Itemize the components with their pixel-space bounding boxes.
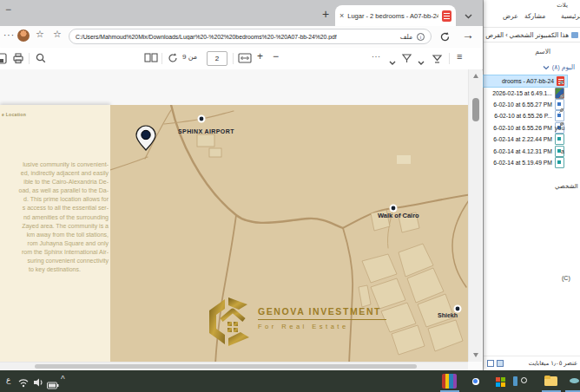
map-label-walk-of-cairo: Walk of Cairo bbox=[378, 212, 419, 219]
highlighter-icon[interactable] bbox=[400, 52, 413, 68]
pdf-more-options-icon[interactable]: ··· bbox=[372, 52, 381, 61]
pdf-viewport[interactable]: e Location lusive community is convenien… bbox=[0, 69, 468, 362]
url-text: C:/Users/Mahmoud%20Mix/Downloads/Lugar%2… bbox=[76, 34, 396, 40]
file-name: drooms - A07-bb-24 bbox=[502, 78, 554, 84]
scroll-up-arrow[interactable] bbox=[473, 74, 478, 78]
nav-item-this-pc-fragment[interactable]: الشخصي bbox=[555, 183, 578, 190]
column-header-name[interactable]: الاسم bbox=[535, 48, 550, 56]
save-icon[interactable] bbox=[0, 52, 7, 68]
file-name: 6-02-14 at 4.12.31 PM bbox=[493, 148, 552, 154]
file-name: 6-02-14 at 5.19.49 PM bbox=[493, 160, 552, 166]
location-section-title: e Location bbox=[2, 112, 26, 117]
vertical-scroll-thumb[interactable] bbox=[472, 98, 479, 121]
explorer-window-title: يلات bbox=[557, 2, 568, 9]
tray-expand-chevron[interactable]: ^ bbox=[61, 375, 65, 384]
paragraph-line: Zayed area. The community is a bbox=[1, 222, 109, 231]
page-number-input[interactable]: 2 bbox=[207, 51, 227, 66]
wifi-icon[interactable] bbox=[17, 376, 30, 386]
logo-title: GENOVA INVESTMENT bbox=[258, 306, 386, 320]
speaker-icon[interactable] bbox=[33, 376, 44, 386]
zoom-in-button[interactable]: + bbox=[257, 50, 263, 62]
battery-icon[interactable] bbox=[47, 377, 59, 385]
ribbon-tab-share[interactable]: مشاركة bbox=[524, 12, 545, 20]
map-label-sphinx-airport: SPHINX AIRPORT bbox=[178, 128, 234, 134]
paragraph-line: s access to all the essential ser- bbox=[1, 204, 109, 212]
taskbar: ع ^ bbox=[0, 370, 580, 392]
print-icon[interactable] bbox=[12, 52, 24, 68]
tab-close-icon[interactable]: × bbox=[339, 11, 344, 20]
file-row[interactable]: drooms - A07-bb-24 bbox=[484, 75, 567, 87]
file-name: 6-02-10 at 6.55.27 PM bbox=[493, 101, 552, 108]
winrar-app-icon[interactable] bbox=[442, 374, 457, 389]
contents-list-icon[interactable]: ≡ bbox=[457, 51, 462, 62]
breadcrumb[interactable]: هذا الكمبيوتر الشخصي › القرص bbox=[485, 31, 569, 39]
favorites-star-icon[interactable]: ☆ bbox=[36, 29, 44, 40]
pdf-map: SPHINX AIRPORT Walk of Cairo Shiekh bbox=[110, 105, 468, 362]
horizontal-scrollbar[interactable] bbox=[0, 362, 468, 370]
pdf-toolbar: من 9 2 + − ··· ≡ bbox=[0, 48, 483, 70]
media-file-icon bbox=[555, 134, 564, 145]
browser-menu-icon[interactable]: ··· bbox=[3, 30, 15, 40]
nav-item-fragment[interactable]: a bbox=[561, 148, 564, 154]
file-name: 6-02-10 at 6.55.26 PM bbox=[493, 125, 552, 131]
paragraph-line: suring convenient connectivity bbox=[1, 257, 109, 265]
genova-logo: GENOVA INVESTMENT For Real Estate bbox=[204, 296, 386, 350]
scroll-down-arrow[interactable] bbox=[473, 353, 478, 357]
file-row[interactable]: 6-02-14 at 2.22.44 PM bbox=[484, 134, 567, 145]
ribbon-tab-view[interactable]: عرض bbox=[503, 12, 518, 20]
file-row[interactable]: 6-02-10 at 6.55.27 PM bbox=[484, 99, 567, 110]
window-minimize-button[interactable]: − bbox=[5, 3, 11, 16]
pdf-favicon-icon bbox=[442, 10, 451, 22]
search-icon[interactable] bbox=[35, 52, 47, 68]
breadcrumb-bar[interactable]: هذا الكمبيوتر الشخصي › القرص bbox=[484, 27, 580, 42]
page-view-icon[interactable] bbox=[144, 52, 158, 68]
browser-tab[interactable]: × Lugar - 2 bedrooms - A07-bb-24 bbox=[335, 5, 456, 26]
horizontal-scroll-thumb[interactable] bbox=[35, 364, 417, 369]
file-row[interactable]: 6-02-14 at 4.12.31 PM bbox=[484, 145, 567, 156]
media-file-icon bbox=[555, 157, 564, 168]
page-info-icon[interactable]: i bbox=[417, 33, 425, 41]
paragraph-line: ible to the Cairo-Alexandria De- bbox=[1, 178, 109, 186]
draw-pen-icon[interactable] bbox=[431, 52, 444, 68]
genova-logo-emblem-icon bbox=[204, 296, 254, 348]
file-row[interactable]: 6-02-14 at 5.19.49 PM bbox=[484, 157, 567, 168]
page-count-label: من 9 bbox=[182, 53, 197, 61]
location-paragraph: lusive community is convenient- ed, indi… bbox=[1, 160, 109, 274]
rotate-icon[interactable] bbox=[167, 52, 179, 68]
file-row[interactable]: 2026-02-15 at 6.49.1... bbox=[484, 87, 567, 98]
collections-star-icon[interactable]: ☆ bbox=[53, 29, 62, 40]
browser-window: − + × Lugar - 2 bedrooms - A07-bb-24 ···… bbox=[0, 0, 483, 370]
paragraph-line: to key destinations. bbox=[1, 265, 109, 274]
paragraph-line: lusive community is convenient- bbox=[1, 160, 109, 169]
new-tab-button[interactable]: + bbox=[318, 7, 333, 23]
address-bar: ··· ☆ ☆ C:/Users/Mahmoud%20Mix/Downloads… bbox=[0, 26, 483, 49]
chevron-down-icon[interactable] bbox=[417, 55, 425, 70]
pdf-page-text-column: e Location lusive community is convenien… bbox=[0, 105, 110, 362]
vertical-scrollbar[interactable] bbox=[468, 69, 482, 362]
fit-width-icon[interactable] bbox=[238, 52, 252, 68]
file-row[interactable]: 6-02-10 at 6.55.26 P... bbox=[484, 110, 567, 121]
nav-item-drive-c-fragment[interactable]: (C) bbox=[562, 275, 570, 281]
tab-dropdown-button[interactable] bbox=[461, 9, 476, 23]
file-name: 2026-02-15 at 6.49.1... bbox=[492, 90, 552, 96]
desktop: − + × Lugar - 2 bedrooms - A07-bb-24 ···… bbox=[0, 0, 580, 392]
collapse-chevron-icon[interactable] bbox=[543, 65, 550, 70]
chevron-down-icon[interactable] bbox=[388, 55, 397, 70]
profile-avatar[interactable] bbox=[17, 29, 30, 42]
file-name: 6-02-14 at 2.22.44 PM bbox=[493, 136, 552, 142]
language-indicator[interactable]: ع bbox=[6, 376, 10, 384]
tab-title: Lugar - 2 bedrooms - A07-bb-24 bbox=[347, 12, 438, 20]
back-button[interactable]: → bbox=[462, 28, 474, 42]
paragraph-line: d. This prime location allows for bbox=[1, 195, 109, 204]
reload-button[interactable] bbox=[439, 30, 451, 46]
ribbon-tab-home[interactable]: الرئيسية bbox=[561, 12, 580, 20]
zoom-out-button[interactable]: − bbox=[273, 50, 279, 62]
logo-tagline: For Real Estate bbox=[258, 323, 386, 330]
large-icons-view-toggle[interactable] bbox=[497, 360, 504, 367]
tab-strip: − + × Lugar - 2 bedrooms - A07-bb-24 bbox=[0, 0, 483, 26]
nav-item-fragment[interactable]: you bbox=[555, 125, 564, 131]
file-explorer-window: يلات عرض مشاركة الرئيسية هذا الكمبيوتر ا… bbox=[483, 0, 580, 370]
url-field[interactable]: C:/Users/Mahmoud%20Mix/Downloads/Lugar%2… bbox=[69, 29, 432, 44]
details-view-toggle[interactable] bbox=[487, 360, 494, 367]
group-header-today[interactable]: اليوم (٨) bbox=[543, 63, 575, 71]
